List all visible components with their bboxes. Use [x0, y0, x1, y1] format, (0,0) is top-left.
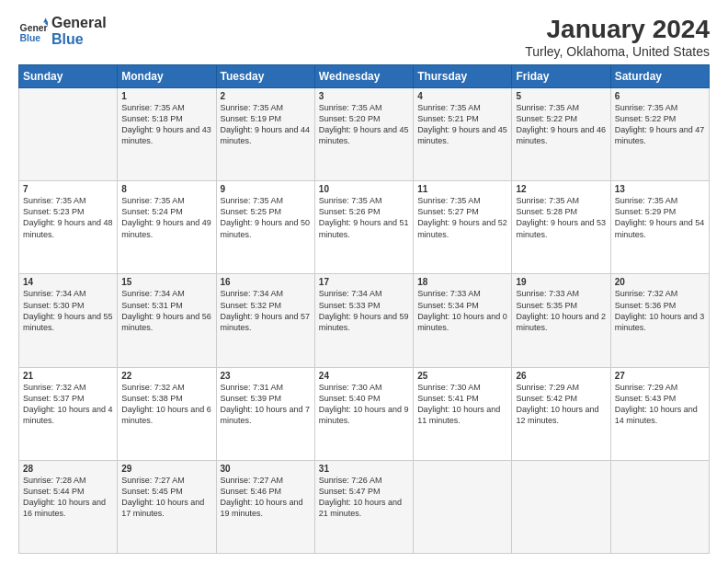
- header: General Blue General Blue January 2024 T…: [18, 15, 710, 59]
- calendar-cell: 29Sunrise: 7:27 AMSunset: 5:45 PMDayligh…: [118, 460, 216, 553]
- day-info: Sunrise: 7:35 AMSunset: 5:24 PMDaylight:…: [121, 195, 211, 240]
- calendar-cell: 16Sunrise: 7:34 AMSunset: 5:32 PMDayligh…: [216, 274, 314, 367]
- calendar-header-friday: Friday: [512, 65, 610, 88]
- day-info: Sunrise: 7:31 AMSunset: 5:39 PMDaylight:…: [221, 382, 311, 427]
- svg-text:General: General: [20, 23, 48, 33]
- svg-text:Blue: Blue: [20, 33, 41, 43]
- calendar-cell: [512, 460, 610, 553]
- calendar-cell: 23Sunrise: 7:31 AMSunset: 5:39 PMDayligh…: [216, 367, 314, 460]
- calendar-cell: 22Sunrise: 7:32 AMSunset: 5:38 PMDayligh…: [118, 367, 216, 460]
- calendar-cell: 18Sunrise: 7:33 AMSunset: 5:34 PMDayligh…: [414, 274, 512, 367]
- day-info: Sunrise: 7:34 AMSunset: 5:31 PMDaylight:…: [121, 288, 211, 333]
- calendar-cell: 10Sunrise: 7:35 AMSunset: 5:26 PMDayligh…: [314, 181, 413, 274]
- logo: General Blue General Blue: [18, 15, 107, 47]
- calendar-cell: 2Sunrise: 7:35 AMSunset: 5:19 PMDaylight…: [216, 88, 314, 181]
- page-title: January 2024: [525, 15, 710, 44]
- day-info: Sunrise: 7:29 AMSunset: 5:43 PMDaylight:…: [615, 382, 705, 427]
- day-number: 12: [516, 184, 606, 194]
- calendar-cell: 30Sunrise: 7:27 AMSunset: 5:46 PMDayligh…: [216, 460, 314, 553]
- calendar-header-tuesday: Tuesday: [216, 65, 314, 88]
- page-subtitle: Turley, Oklahoma, United States: [525, 44, 710, 59]
- day-info: Sunrise: 7:34 AMSunset: 5:33 PMDaylight:…: [319, 288, 409, 333]
- day-number: 3: [319, 91, 409, 101]
- calendar-week-1: 1Sunrise: 7:35 AMSunset: 5:18 PMDaylight…: [19, 88, 710, 181]
- day-number: 7: [23, 184, 113, 194]
- day-number: 22: [121, 371, 211, 381]
- day-number: 14: [23, 277, 113, 287]
- calendar-cell: 15Sunrise: 7:34 AMSunset: 5:31 PMDayligh…: [118, 274, 216, 367]
- day-number: 29: [121, 464, 211, 474]
- day-number: 9: [221, 184, 311, 194]
- day-number: 2: [221, 91, 311, 101]
- calendar-header-saturday: Saturday: [610, 65, 709, 88]
- day-info: Sunrise: 7:28 AMSunset: 5:44 PMDaylight:…: [23, 475, 113, 520]
- day-info: Sunrise: 7:27 AMSunset: 5:46 PMDaylight:…: [221, 475, 311, 520]
- calendar-header-monday: Monday: [118, 65, 216, 88]
- day-number: 21: [23, 371, 113, 381]
- day-number: 31: [319, 464, 409, 474]
- day-number: 24: [319, 371, 409, 381]
- day-info: Sunrise: 7:32 AMSunset: 5:36 PMDaylight:…: [615, 288, 705, 333]
- day-info: Sunrise: 7:34 AMSunset: 5:32 PMDaylight:…: [221, 288, 311, 333]
- day-info: Sunrise: 7:33 AMSunset: 5:35 PMDaylight:…: [516, 288, 606, 333]
- day-info: Sunrise: 7:35 AMSunset: 5:23 PMDaylight:…: [23, 195, 113, 240]
- calendar-cell: 4Sunrise: 7:35 AMSunset: 5:21 PMDaylight…: [414, 88, 512, 181]
- calendar-cell: [414, 460, 512, 553]
- day-info: Sunrise: 7:35 AMSunset: 5:21 PMDaylight:…: [417, 102, 507, 147]
- title-block: January 2024 Turley, Oklahoma, United St…: [525, 15, 710, 59]
- day-info: Sunrise: 7:30 AMSunset: 5:40 PMDaylight:…: [319, 382, 409, 427]
- calendar-cell: 6Sunrise: 7:35 AMSunset: 5:22 PMDaylight…: [610, 88, 709, 181]
- calendar-cell: 17Sunrise: 7:34 AMSunset: 5:33 PMDayligh…: [314, 274, 413, 367]
- calendar-cell: 9Sunrise: 7:35 AMSunset: 5:25 PMDaylight…: [216, 181, 314, 274]
- calendar-table: SundayMondayTuesdayWednesdayThursdayFrid…: [18, 64, 710, 554]
- day-info: Sunrise: 7:35 AMSunset: 5:26 PMDaylight:…: [319, 195, 409, 240]
- calendar-cell: [610, 460, 709, 553]
- day-info: Sunrise: 7:32 AMSunset: 5:37 PMDaylight:…: [23, 382, 113, 427]
- day-info: Sunrise: 7:35 AMSunset: 5:25 PMDaylight:…: [221, 195, 311, 240]
- day-number: 5: [516, 91, 606, 101]
- day-number: 20: [615, 277, 705, 287]
- calendar-cell: 25Sunrise: 7:30 AMSunset: 5:41 PMDayligh…: [414, 367, 512, 460]
- calendar-cell: 12Sunrise: 7:35 AMSunset: 5:28 PMDayligh…: [512, 181, 610, 274]
- calendar-cell: 24Sunrise: 7:30 AMSunset: 5:40 PMDayligh…: [314, 367, 413, 460]
- day-number: 18: [417, 277, 507, 287]
- day-info: Sunrise: 7:35 AMSunset: 5:20 PMDaylight:…: [319, 102, 409, 147]
- day-info: Sunrise: 7:27 AMSunset: 5:45 PMDaylight:…: [121, 475, 211, 520]
- calendar-week-4: 21Sunrise: 7:32 AMSunset: 5:37 PMDayligh…: [19, 367, 710, 460]
- logo-line2: Blue: [51, 31, 107, 48]
- day-info: Sunrise: 7:26 AMSunset: 5:47 PMDaylight:…: [319, 475, 409, 520]
- day-info: Sunrise: 7:35 AMSunset: 5:18 PMDaylight:…: [121, 102, 211, 147]
- calendar-week-3: 14Sunrise: 7:34 AMSunset: 5:30 PMDayligh…: [19, 274, 710, 367]
- calendar-cell: 20Sunrise: 7:32 AMSunset: 5:36 PMDayligh…: [610, 274, 709, 367]
- day-number: 16: [221, 277, 311, 287]
- page: General Blue General Blue January 2024 T…: [0, 0, 728, 563]
- calendar-header-sunday: Sunday: [19, 65, 118, 88]
- calendar-cell: 13Sunrise: 7:35 AMSunset: 5:29 PMDayligh…: [610, 181, 709, 274]
- day-number: 19: [516, 277, 606, 287]
- day-number: 17: [319, 277, 409, 287]
- calendar-cell: 5Sunrise: 7:35 AMSunset: 5:22 PMDaylight…: [512, 88, 610, 181]
- calendar-cell: 1Sunrise: 7:35 AMSunset: 5:18 PMDaylight…: [118, 88, 216, 181]
- day-info: Sunrise: 7:35 AMSunset: 5:22 PMDaylight:…: [615, 102, 705, 147]
- day-number: 10: [319, 184, 409, 194]
- calendar-cell: 8Sunrise: 7:35 AMSunset: 5:24 PMDaylight…: [118, 181, 216, 274]
- calendar-cell: 21Sunrise: 7:32 AMSunset: 5:37 PMDayligh…: [19, 367, 118, 460]
- day-number: 27: [615, 371, 705, 381]
- calendar-cell: [19, 88, 118, 181]
- day-number: 6: [615, 91, 705, 101]
- calendar-header-thursday: Thursday: [414, 65, 512, 88]
- day-number: 23: [221, 371, 311, 381]
- day-number: 11: [417, 184, 507, 194]
- day-info: Sunrise: 7:33 AMSunset: 5:34 PMDaylight:…: [417, 288, 507, 333]
- day-info: Sunrise: 7:35 AMSunset: 5:19 PMDaylight:…: [221, 102, 311, 147]
- calendar-cell: 19Sunrise: 7:33 AMSunset: 5:35 PMDayligh…: [512, 274, 610, 367]
- calendar-header-wednesday: Wednesday: [314, 65, 413, 88]
- day-number: 28: [23, 464, 113, 474]
- day-number: 1: [121, 91, 211, 101]
- calendar-cell: 3Sunrise: 7:35 AMSunset: 5:20 PMDaylight…: [314, 88, 413, 181]
- calendar-week-2: 7Sunrise: 7:35 AMSunset: 5:23 PMDaylight…: [19, 181, 710, 274]
- day-info: Sunrise: 7:35 AMSunset: 5:29 PMDaylight:…: [615, 195, 705, 240]
- day-info: Sunrise: 7:35 AMSunset: 5:27 PMDaylight:…: [417, 195, 507, 240]
- day-number: 26: [516, 371, 606, 381]
- day-number: 8: [121, 184, 211, 194]
